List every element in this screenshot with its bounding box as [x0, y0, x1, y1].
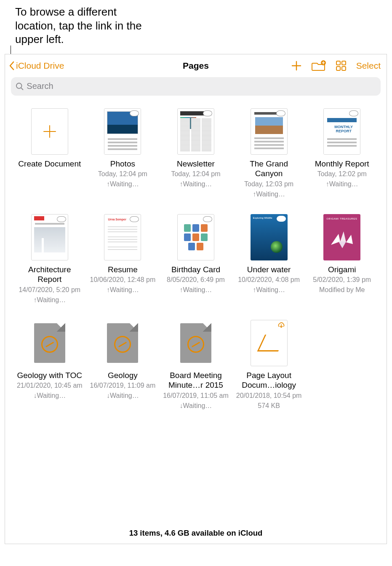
document-status: Waiting… — [33, 392, 66, 400]
document-status: Waiting… — [107, 180, 139, 189]
select-button[interactable]: Select — [356, 61, 381, 71]
grid-icon — [335, 60, 347, 72]
svg-rect-2 — [342, 61, 346, 65]
document-status: Waiting… — [180, 286, 212, 295]
document-grand-canyon[interactable]: The Grand Canyon Today, 12:03 pm Waiting… — [235, 108, 304, 199]
document-date: 16/07/2019, 11:09 am — [90, 381, 156, 390]
document-origami[interactable]: ORIGAMI TREASURES Origami 5/02/2020, 1:3… — [307, 214, 376, 305]
search-icon — [15, 82, 24, 91]
document-thumb — [104, 320, 141, 366]
document-date: Today, 12:02 pm — [317, 170, 367, 179]
document-architecture-report[interactable]: Architecture Report 14/07/2020, 5:20 pm … — [15, 214, 84, 305]
document-title: Monthly Report — [315, 159, 369, 169]
document-thumb: ORIGAMI TREASURES — [323, 214, 360, 260]
svg-rect-3 — [336, 67, 340, 70]
document-title: Geology with TOC — [17, 370, 83, 381]
document-date: Today, 12:04 pm — [171, 170, 220, 179]
document-under-water[interactable]: Exploring Wildlife Under water 10/02/202… — [235, 214, 304, 305]
thumb-label: MONTHLY REPORT — [327, 125, 360, 133]
document-status: Modified by Me — [319, 286, 365, 295]
document-date: 21/01/2020, 10:45 am — [17, 381, 83, 390]
svg-rect-4 — [342, 67, 346, 70]
back-label: iCloud Drive — [16, 61, 64, 71]
cloud-icon — [203, 216, 212, 222]
pages-template-icon — [257, 335, 286, 351]
document-photos[interactable]: Photos Today, 12:04 pm Waiting… — [88, 108, 157, 199]
document-geology[interactable]: Geology 16/07/2019, 11:09 am Waiting… — [88, 320, 157, 410]
document-date: Today, 12:04 pm — [98, 170, 147, 179]
document-thumb — [177, 214, 214, 260]
thumb-label: ORIGAMI TREASURES — [326, 217, 357, 220]
document-title: The Grand Canyon — [235, 159, 303, 179]
create-document-thumb — [31, 108, 68, 155]
document-status: Waiting… — [253, 286, 285, 295]
document-date: Today, 12:03 pm — [244, 180, 293, 189]
document-newsletter[interactable]: Newsletter Today, 12:04 pm Waiting… — [161, 108, 230, 199]
document-title: Geology — [108, 370, 138, 381]
document-date: 10/06/2020, 12:48 pm — [90, 276, 156, 284]
document-status: Waiting… — [326, 180, 358, 189]
pages-file-icon — [107, 323, 138, 363]
back-button[interactable]: iCloud Drive — [8, 61, 64, 71]
document-board-meeting[interactable]: Board Meeting Minute…r 2015 16/07/2019, … — [161, 320, 230, 410]
document-page-layout[interactable]: Page Layout Docum…iology 20/01/2018, 10:… — [235, 320, 304, 410]
document-title: Architecture Report — [16, 265, 83, 285]
document-status: Waiting… — [180, 402, 212, 410]
help-callout: To browse a different location, tap the … — [0, 0, 152, 54]
thumb-label: Urna Semper — [108, 218, 126, 221]
document-status: 574 KB — [258, 402, 280, 410]
document-thumb: MONTHLY REPORT — [323, 108, 360, 155]
document-date: 20/01/2018, 10:54 pm — [236, 392, 302, 400]
view-toggle-button[interactable] — [335, 60, 347, 72]
document-thumb — [177, 320, 214, 366]
document-title: Birthday Card — [171, 265, 220, 275]
svg-marker-6 — [331, 234, 340, 245]
document-thumb: Urna Semper — [104, 214, 141, 260]
document-thumb — [31, 320, 68, 366]
plus-icon — [291, 60, 302, 72]
new-folder-button[interactable] — [312, 60, 326, 72]
document-title: Newsletter — [177, 159, 215, 169]
svg-marker-9 — [339, 241, 346, 248]
document-date: 16/07/2019, 11:05 am — [163, 392, 229, 400]
document-birthday-card[interactable]: Birthday Card 8/05/2020, 6:49 pm Waiting… — [161, 214, 230, 305]
document-thumb — [177, 108, 214, 155]
thumb-label: Exploring Wildlife — [253, 217, 272, 219]
document-date: 5/02/2020, 1:39 pm — [313, 276, 371, 284]
search-bar[interactable] — [11, 77, 381, 96]
document-geology-toc[interactable]: Geology with TOC 21/01/2020, 10:45 am Wa… — [15, 320, 84, 410]
app-window: iCloud Drive Pages — [5, 54, 387, 544]
document-title: Under water — [247, 265, 291, 275]
document-resume[interactable]: Urna Semper Resume 10/06/2020, 12:48 pm … — [88, 214, 157, 305]
document-title: Create Document — [18, 159, 81, 169]
documents-grid: Create Document Photos Today, 12:04 pm W… — [5, 100, 387, 410]
document-status: Waiting… — [33, 296, 66, 305]
document-status: Waiting… — [180, 180, 212, 189]
origami-crane-icon — [329, 229, 355, 250]
document-status: Waiting… — [107, 286, 139, 295]
document-title: Photos — [110, 159, 135, 169]
document-monthly-report[interactable]: MONTHLY REPORT Monthly Report Today, 12:… — [307, 108, 376, 199]
cloud-icon — [130, 216, 139, 222]
search-input[interactable] — [27, 81, 376, 91]
document-title: Origami — [328, 265, 356, 275]
document-title: Page Layout Docum…iology — [235, 370, 303, 391]
document-status: Waiting… — [253, 190, 285, 199]
document-date: 14/07/2020, 5:20 pm — [19, 286, 80, 295]
cloud-icon — [276, 110, 285, 116]
create-document-cell[interactable]: Create Document — [15, 108, 84, 199]
chevron-left-icon — [8, 61, 15, 71]
plus-icon — [41, 123, 58, 140]
document-thumb — [251, 108, 288, 155]
document-thumb — [31, 214, 68, 260]
document-status: Waiting… — [107, 392, 139, 400]
footer-status: 13 items, 4.6 GB available on iCloud — [5, 410, 387, 544]
cloud-icon — [130, 110, 139, 116]
pages-file-icon — [180, 323, 211, 363]
svg-marker-8 — [346, 235, 353, 244]
pages-file-icon — [34, 323, 65, 363]
document-thumb — [104, 108, 141, 155]
add-button[interactable] — [291, 60, 302, 72]
cloud-download-icon — [277, 322, 285, 330]
svg-rect-1 — [336, 61, 340, 65]
